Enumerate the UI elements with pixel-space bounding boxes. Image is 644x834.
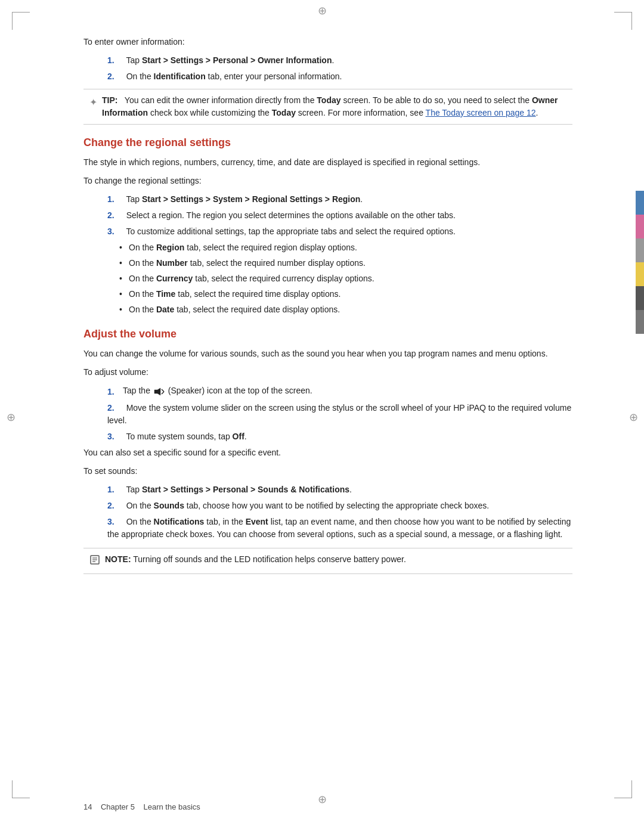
side-tab-yellow xyxy=(636,262,644,286)
section2-body4: To set sounds: xyxy=(83,465,572,478)
svg-marker-0 xyxy=(154,388,160,395)
section2-heading: Adjust the volume xyxy=(83,328,572,340)
section1-step-1: 1. Tap Start > Settings > System > Regio… xyxy=(107,193,572,206)
speaker-icon xyxy=(154,387,165,395)
intro-text: To enter owner information: xyxy=(83,36,572,48)
section2-step2-2: 2. On the Sounds tab, choose how you wan… xyxy=(107,500,572,512)
note-content: NOTE: Turning off sounds and the LED not… xyxy=(105,553,406,566)
svg-line-2 xyxy=(162,392,164,394)
section2-step2-1: 1. Tap Start > Settings > Personal > Sou… xyxy=(107,483,572,496)
bullet-currency: On the Currency tab, select the required… xyxy=(119,272,572,285)
bullet-date: On the Date tab, select the required dat… xyxy=(119,303,572,316)
bullet-region: On the Region tab, select the required r… xyxy=(119,241,572,254)
svg-line-1 xyxy=(162,389,164,392)
intro-step-1-bold: Start > Settings > Personal > Owner Info… xyxy=(142,55,332,65)
note-icon xyxy=(89,554,100,569)
section2-step-1-num: 1. xyxy=(107,385,119,398)
section2-step-2: 2. Move the system volume slider on the … xyxy=(107,402,572,427)
section2-step2-3: 3. On the Notifications tab, in the Even… xyxy=(107,516,572,541)
section1-heading: Change the regional settings xyxy=(83,137,572,149)
side-tab-dark xyxy=(636,286,644,310)
bullet-time: On the Time tab, select the required tim… xyxy=(119,288,572,300)
section1-body2: To change the regional settings: xyxy=(83,175,572,187)
crosshair-right xyxy=(627,411,639,423)
section1-step-3: 3. To customize additional settings, tap… xyxy=(107,225,572,238)
section2-step-1-content: Tap the (Speaker) icon at the top of the… xyxy=(123,385,312,397)
crosshair-top xyxy=(316,5,328,17)
footer-chapter: Chapter 5 xyxy=(101,802,135,811)
tip-content: TIP: You can edit the owner information … xyxy=(102,94,566,119)
tip-label: TIP: xyxy=(102,95,117,105)
side-tab-pink xyxy=(636,215,644,238)
note-label: NOTE: xyxy=(105,554,131,564)
corner-mark-bl xyxy=(12,780,30,798)
section1-step-1-num: 1. xyxy=(107,193,119,206)
section2-step2-3-num: 3. xyxy=(107,516,119,528)
section1-step-1-bold: Start > Settings > System > Regional Set… xyxy=(142,194,360,204)
section2-step-1: 1. Tap the (Speaker) icon at the top of … xyxy=(107,385,572,398)
tip-link[interactable]: The Today screen on page 12 xyxy=(426,108,536,117)
intro-step-1-num: 1. xyxy=(107,54,119,67)
note-box: NOTE: Turning off sounds and the LED not… xyxy=(83,548,572,574)
side-tab-dgray xyxy=(636,310,644,334)
section1-bullets: On the Region tab, select the required r… xyxy=(119,241,572,316)
section2-steps: 1. Tap the (Speaker) icon at the top of … xyxy=(107,385,572,443)
page-footer: 14 Chapter 5 Learn the basics xyxy=(83,802,200,811)
section2-step-3-num: 3. xyxy=(107,430,119,443)
section2-body3: You can also set a specific sound for a … xyxy=(83,447,572,459)
section2-steps2: 1. Tap Start > Settings > Personal > Sou… xyxy=(107,483,572,541)
side-tab-gray xyxy=(636,238,644,262)
note-text: Turning off sounds and the LED notificat… xyxy=(133,554,406,564)
crosshair-left xyxy=(5,411,17,423)
section2-body1: You can change the volume for various so… xyxy=(83,348,572,360)
section1-step-3-num: 3. xyxy=(107,225,119,238)
section1-steps: 1. Tap Start > Settings > System > Regio… xyxy=(107,193,572,238)
corner-mark-tr xyxy=(614,12,632,30)
corner-mark-tl xyxy=(12,12,30,30)
side-tabs xyxy=(636,191,644,334)
footer-chapter-label: Learn the basics xyxy=(143,802,200,811)
crosshair-bottom xyxy=(316,793,328,805)
section2-step-2-num: 2. xyxy=(107,402,119,414)
intro-step-2-num: 2. xyxy=(107,70,119,83)
intro-step-1: 1. Tap Start > Settings > Personal > Own… xyxy=(107,54,572,67)
footer-page-num: 14 xyxy=(83,802,92,811)
intro-steps: 1. Tap Start > Settings > Personal > Own… xyxy=(107,54,572,83)
intro-step-2: 2. On the Identification tab, enter your… xyxy=(107,70,572,83)
bullet-number: On the Number tab, select the required n… xyxy=(119,257,572,269)
tip-text: You can edit the owner information direc… xyxy=(102,95,558,117)
section2-step-3: 3. To mute system sounds, tap Off. xyxy=(107,430,572,443)
section2-step2-1-num: 1. xyxy=(107,483,119,496)
page: To enter owner information: 1. Tap Start… xyxy=(0,0,644,834)
tip-icon: ✦ xyxy=(89,95,97,110)
side-tab-blue xyxy=(636,191,644,215)
section2-body2: To adjust volume: xyxy=(83,366,572,379)
section1-step-2: 2. Select a region. The region you selec… xyxy=(107,209,572,222)
intro-step-2-bold: Identification xyxy=(154,72,206,81)
page-content: To enter owner information: 1. Tap Start… xyxy=(83,36,572,574)
corner-mark-br xyxy=(614,780,632,798)
section1-step-2-num: 2. xyxy=(107,209,119,222)
section2-step2-2-num: 2. xyxy=(107,500,119,512)
tip-box: ✦ TIP: You can edit the owner informatio… xyxy=(83,89,572,125)
section1-body1: The style in which regions, numbers, cur… xyxy=(83,156,572,169)
